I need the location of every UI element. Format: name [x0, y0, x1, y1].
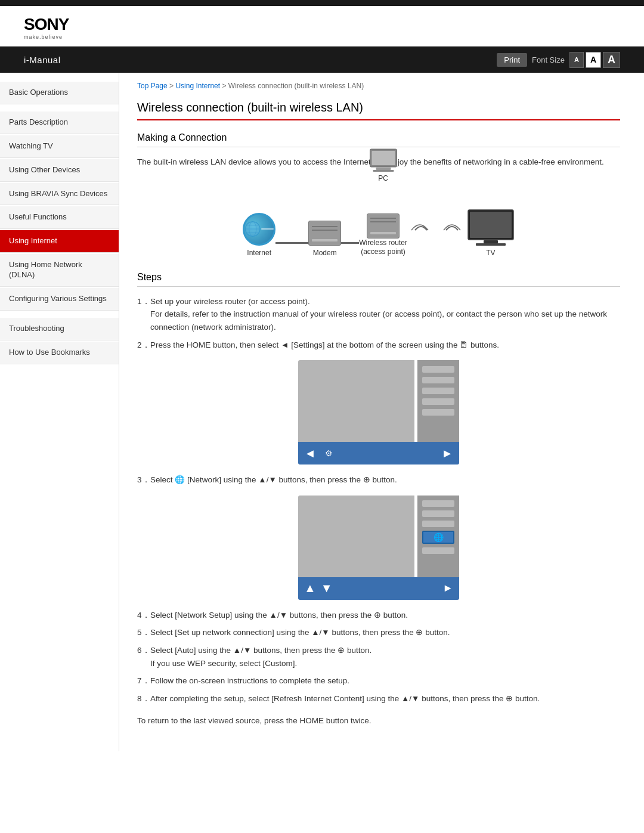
sidebar-item-how-to-use-bookmarks[interactable]: How to Use Bookmarks — [0, 342, 119, 364]
menu-bar-3 — [422, 388, 454, 394]
modem-label: Modem — [313, 249, 337, 257]
step-4: 4． Select [Network Setup] using the ▲/▼ … — [137, 609, 620, 622]
screen2-main — [298, 496, 414, 582]
line2 — [341, 242, 359, 244]
menu2-selected: 🌐 — [422, 531, 454, 544]
modem-icon: Modem — [308, 221, 341, 257]
breadcrumb-top-page[interactable]: Top Page — [137, 82, 168, 90]
settings-icon: ⚙ — [325, 448, 333, 458]
step-3-num: 3． — [137, 473, 150, 487]
content-area: Top Page > Using Internet > Wireless con… — [119, 73, 644, 751]
step-3-main: Select 🌐 [Network] using the ▲/▼ buttons… — [150, 475, 397, 484]
top-bar — [0, 0, 644, 6]
step-4-main: Select [Network Setup] using the ▲/▼ but… — [150, 611, 408, 620]
router-area: PC Wireless router(access point) — [359, 181, 407, 257]
sidebar-item-using-internet[interactable]: Using Internet — [0, 230, 119, 253]
step-5: 5． Select [Set up network connection] us… — [137, 626, 620, 639]
section-steps: Steps — [137, 272, 620, 287]
font-large-button[interactable]: A — [603, 52, 620, 68]
menu-bar-2 — [422, 377, 454, 383]
screen2-bottom-bar: ▲ ▼ ► — [298, 577, 459, 600]
router-graphic — [367, 213, 400, 239]
step-2-num: 2． — [137, 339, 150, 352]
sidebar-item-troubleshooting[interactable]: Troubleshooting — [0, 318, 119, 340]
svg-rect-7 — [371, 151, 395, 165]
breadcrumb-sep2: > — [220, 82, 228, 90]
tv-icon: TV — [467, 209, 515, 257]
font-size-controls: A A A — [569, 52, 620, 68]
wireless-waves — [410, 217, 464, 244]
step-4-num: 4． — [137, 609, 150, 622]
step-3: 3． Select 🌐 [Network] using the ▲/▼ butt… — [137, 473, 620, 487]
menu-bar-4 — [422, 398, 454, 405]
step-1-detail: For details, refer to the instruction ma… — [150, 309, 607, 332]
network-icon: 🌐 — [434, 532, 444, 542]
sidebar-item-parts-description[interactable]: Parts Description — [0, 112, 119, 134]
breadcrumb: Top Page > Using Internet > Wireless con… — [137, 82, 620, 90]
screen-main — [298, 360, 414, 447]
breadcrumb-sep1: > — [168, 82, 176, 90]
menu-bar-5 — [422, 409, 454, 416]
step-2-main: Press the HOME button, then select ◄ [Se… — [150, 340, 499, 349]
step-8-num: 8． — [137, 692, 150, 705]
pc-icon: PC — [367, 148, 400, 182]
right-arrow-icon: ► — [441, 447, 453, 460]
menu2-bar-2 — [422, 510, 454, 517]
nav-bar: i-Manual Print Font Size A A A — [0, 47, 644, 73]
step-7: 7． Follow the on-screen instructions to … — [137, 674, 620, 688]
font-medium-button[interactable]: A — [586, 52, 601, 68]
connection-diagram: Internet Modem — [137, 181, 620, 257]
step-5-num: 5． — [137, 626, 150, 639]
tv-label: TV — [486, 249, 495, 257]
sidebar-item-using-home-network[interactable]: Using Home Network (DLNA) — [0, 254, 119, 287]
step-2: 2． Press the HOME button, then select ◄ … — [137, 339, 620, 352]
step-7-num: 7． — [137, 674, 150, 688]
sidebar-item-useful-functions[interactable]: Useful Functions — [0, 206, 119, 229]
line1 — [275, 242, 308, 244]
step-5-main: Select [Set up network connection] using… — [150, 628, 450, 637]
sidebar-item-using-other-devices[interactable]: Using Other Devices — [0, 159, 119, 182]
sony-logo: SONY make.believe — [24, 15, 69, 40]
screen-right-panel — [417, 360, 459, 447]
menu2-bar-3 — [422, 521, 454, 527]
menu2-bar-1 — [422, 500, 454, 507]
screenshot-1-container: ◄ ⚙ ► — [137, 360, 620, 465]
nav-controls: Print Font Size A A A — [497, 52, 620, 68]
svg-rect-13 — [476, 243, 506, 246]
sidebar-item-watching-tv[interactable]: Watching TV — [0, 135, 119, 158]
screen2-right-panel: 🌐 — [417, 496, 459, 582]
step-6: 6． Select [Auto] using the ▲/▼ buttons, … — [137, 644, 620, 670]
step-6-num: 6． — [137, 644, 150, 670]
svg-rect-8 — [376, 168, 391, 170]
sony-wordmark: SONY — [24, 15, 69, 34]
print-button[interactable]: Print — [497, 53, 527, 67]
internet-label: Internet — [247, 249, 271, 257]
nav-title: i-Manual — [24, 55, 61, 65]
sidebar-item-basic-operations[interactable]: Basic Operations — [0, 82, 119, 104]
svg-rect-11 — [470, 212, 512, 238]
internet-icon: Internet — [243, 213, 275, 257]
up-arrow-icon: ▲ — [304, 581, 316, 595]
right-arrow2-icon: ► — [442, 582, 453, 594]
sidebar: Basic Operations Parts Description Watch… — [0, 73, 119, 751]
step-6-main: Select [Auto] using the ▲/▼ buttons, the… — [150, 646, 371, 655]
font-small-button[interactable]: A — [569, 52, 584, 68]
svg-point-5 — [246, 222, 260, 236]
sidebar-item-using-bravia-sync[interactable]: Using BRAVIA Sync Devices — [0, 183, 119, 206]
step-7-main: Follow the on-screen instructions to com… — [150, 676, 349, 685]
screen-bottom-bar: ◄ ⚙ ► — [298, 442, 459, 465]
menu-bar-1 — [422, 366, 454, 373]
step-6-detail: If you use WEP security, select [Custom]… — [150, 659, 297, 668]
screenshot-1: ◄ ⚙ ► — [298, 360, 459, 465]
router-label: Wireless router(access point) — [359, 239, 407, 257]
screenshot-2: 🌐 ▲ ▼ ► — [298, 496, 459, 600]
left-arrow-icon: ◄ — [304, 447, 316, 460]
menu2-bar-4 — [422, 547, 454, 554]
breadcrumb-using-internet[interactable]: Using Internet — [175, 82, 220, 90]
svg-rect-9 — [373, 170, 394, 172]
font-size-label: Font Size — [532, 55, 565, 64]
return-note: To return to the last viewed source, pre… — [137, 714, 620, 727]
step-8: 8． After completing the setup, select [R… — [137, 692, 620, 705]
sidebar-item-configuring-various[interactable]: Configuring Various Settings — [0, 288, 119, 311]
pc-label: PC — [378, 174, 388, 182]
